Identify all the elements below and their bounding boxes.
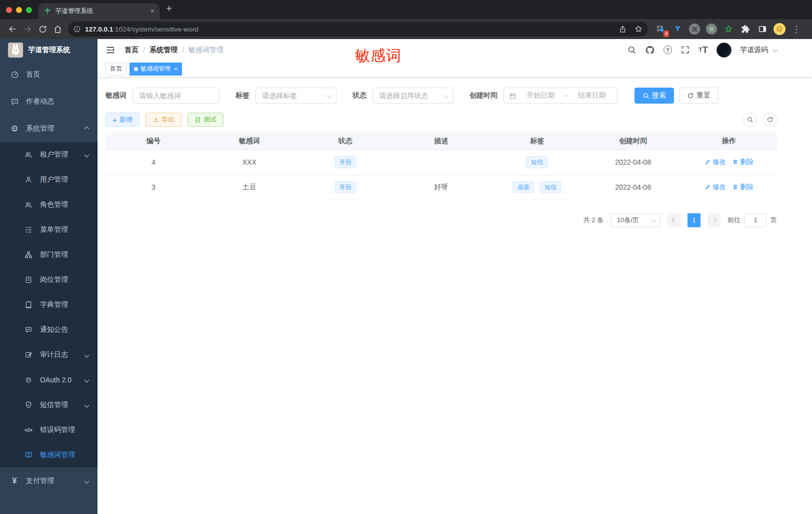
recorder-extension-icon[interactable]: [705, 23, 718, 36]
status-badge: 开启: [334, 181, 356, 193]
fullscreen-icon[interactable]: [680, 45, 690, 55]
tab-sensitive-word[interactable]: 敏感词管理 ×: [130, 63, 182, 76]
tab-grid-extension-icon[interactable]: 9: [654, 23, 667, 36]
extensions-row: 9 ⌘ ☺ ⋮: [654, 23, 800, 36]
sidebar-item-sensitive-word[interactable]: 敏感词管理: [0, 442, 98, 467]
home-button[interactable]: [50, 22, 65, 37]
sidebar-item-audit-log[interactable]: 审计日志: [0, 342, 98, 367]
sidebar-item-post[interactable]: 岗位管理: [0, 267, 98, 292]
reload-button[interactable]: [35, 22, 50, 37]
sidebar-item-user[interactable]: 用户管理: [0, 167, 98, 192]
browser-tab[interactable]: 芋道管理系统 ×: [38, 3, 160, 19]
tab-close-icon[interactable]: ×: [150, 7, 154, 15]
user-avatar[interactable]: [716, 43, 732, 58]
page-size-select[interactable]: [610, 213, 660, 227]
delete-button[interactable]: 删除: [732, 158, 754, 167]
search-icon[interactable]: [627, 45, 636, 55]
calendar-icon: [509, 92, 516, 100]
chevron-down-icon: [84, 152, 90, 157]
edit-button[interactable]: 修改: [704, 183, 726, 192]
prev-page-button[interactable]: [668, 213, 680, 227]
goto-page-input[interactable]: [744, 213, 766, 227]
sidebar-item-menu[interactable]: 菜单管理: [0, 217, 98, 242]
help-icon[interactable]: ?: [664, 46, 672, 54]
export-button[interactable]: 导出: [146, 113, 182, 127]
tags-view: 首页 敏感词管理 ×: [98, 61, 812, 78]
chat-icon: [10, 98, 19, 106]
extensions-puzzle-icon[interactable]: [739, 23, 752, 36]
tag-select[interactable]: [256, 88, 336, 104]
sidebar-item-error-code[interactable]: </> 错误码管理: [0, 417, 98, 442]
status-select[interactable]: [372, 88, 454, 104]
close-window-button[interactable]: [6, 7, 12, 13]
address-bar[interactable]: 127.0.0.1:1024/system/sensitive-word: [68, 22, 648, 37]
tab-home[interactable]: 首页: [106, 63, 126, 76]
top-navbar: 首页 / 系统管理 / 敏感词管理 ? TT 芋道源码: [98, 39, 812, 61]
status-badge: 开启: [334, 156, 356, 168]
end-date-placeholder: 结束日期: [572, 91, 612, 100]
sidebar-item-tenant[interactable]: 租户管理: [0, 142, 98, 167]
forward-button[interactable]: [20, 22, 35, 37]
window-controls[interactable]: [6, 7, 32, 13]
sidebar-item-role[interactable]: 角色管理: [0, 192, 98, 217]
sidebar-item-oauth[interactable]: OAuth 2.0: [0, 367, 98, 392]
tag-badge: 蔬菜: [512, 181, 534, 193]
main-area: 敏感词 首页 / 系统管理 / 敏感词管理 ?: [98, 39, 812, 514]
keyword-input[interactable]: [132, 88, 220, 104]
sidebar-item-home[interactable]: 首页: [0, 61, 98, 88]
site-info-icon[interactable]: [73, 25, 81, 33]
date-range-picker[interactable]: 开始日期 - 结束日期: [504, 88, 618, 104]
funnel-extension-icon[interactable]: [671, 23, 684, 36]
username[interactable]: 芋道源码: [740, 46, 768, 55]
show-search-toggle-button[interactable]: [743, 113, 757, 127]
url-host: 127.0.0.1: [85, 26, 113, 33]
chevron-down-icon[interactable]: [773, 48, 778, 53]
delete-button[interactable]: 删除: [732, 183, 754, 192]
breadcrumb-current: 敏感词管理: [188, 46, 224, 55]
cell-description: [394, 150, 490, 175]
github-icon[interactable]: [645, 45, 655, 55]
maximize-window-button[interactable]: [26, 7, 32, 13]
chevron-down-icon: [84, 377, 90, 382]
command-extension-icon[interactable]: ⌘: [688, 23, 701, 36]
collapse-sidebar-icon[interactable]: [106, 45, 116, 55]
reset-button[interactable]: 重置: [679, 88, 718, 104]
side-panel-icon[interactable]: [756, 23, 769, 36]
share-icon[interactable]: [615, 22, 630, 37]
cell-id: 4: [106, 150, 202, 175]
profile-avatar-icon[interactable]: ☺: [773, 23, 786, 36]
sidebar-item-dept[interactable]: 部门管理: [0, 242, 98, 267]
cell-id: 3: [106, 175, 202, 200]
font-size-icon[interactable]: TT: [698, 45, 708, 56]
back-button[interactable]: [5, 22, 20, 37]
table-toolbar: + 新增 导出 测试: [106, 113, 777, 127]
sidebar-item-author[interactable]: 作者动态: [0, 88, 98, 115]
sensitive-word-table: 编号 敏感词 状态 描述 标签 创建时间 操作 4 XXX 开启: [106, 133, 777, 200]
breadcrumb-home[interactable]: 首页: [124, 46, 138, 55]
new-tab-button[interactable]: +: [166, 3, 172, 15]
sidebar-item-notice[interactable]: 通知公告: [0, 317, 98, 342]
page-number-button[interactable]: 1: [688, 213, 700, 227]
sidebar-item-dict[interactable]: 字典管理: [0, 292, 98, 317]
minimize-window-button[interactable]: [16, 7, 22, 13]
add-button[interactable]: + 新增: [106, 113, 140, 127]
browser-menu-icon[interactable]: ⋮: [792, 24, 800, 35]
search-button[interactable]: 搜索: [634, 88, 674, 104]
user-icon: [24, 176, 33, 184]
robot-icon: [24, 376, 33, 384]
next-page-button[interactable]: [708, 213, 720, 227]
cell-created: 2022-04-08: [585, 150, 681, 175]
col-tags: 标签: [489, 133, 585, 150]
sidebar-item-system[interactable]: ⚙ 系统管理: [0, 115, 98, 142]
breadcrumb: 首页 / 系统管理 / 敏感词管理: [124, 46, 224, 55]
green-star-extension-icon[interactable]: [722, 23, 735, 36]
test-button[interactable]: 测试: [188, 113, 224, 127]
bookmark-star-icon[interactable]: [631, 22, 646, 37]
sidebar-item-payment[interactable]: ¥ 支付管理: [0, 467, 98, 494]
breadcrumb-system[interactable]: 系统管理: [150, 46, 178, 55]
refresh-table-button[interactable]: [763, 113, 777, 127]
tab-close-icon[interactable]: ×: [174, 66, 178, 73]
sidebar-item-sms[interactable]: 短信管理: [0, 392, 98, 417]
edit-button[interactable]: 修改: [704, 158, 726, 167]
col-word: 敏感词: [202, 133, 298, 150]
